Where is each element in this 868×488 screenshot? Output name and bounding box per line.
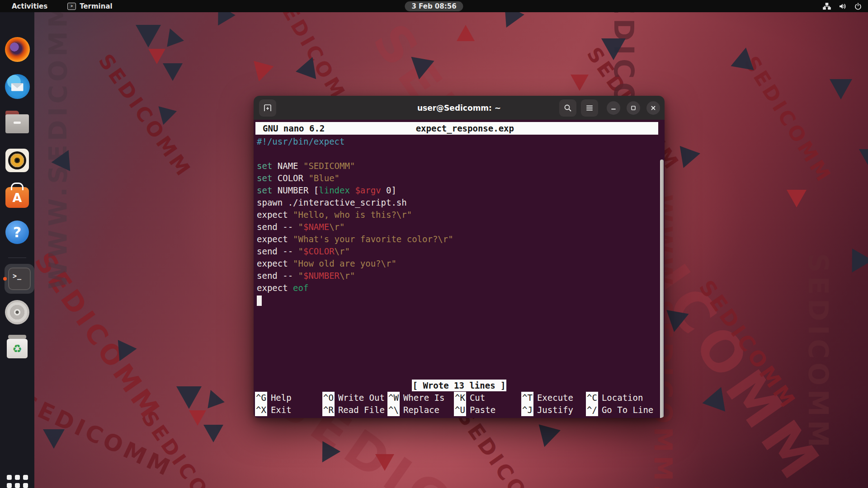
terminal-icon: >_	[8, 267, 31, 290]
terminal-app-icon: >	[67, 3, 76, 10]
code-line: set NAME "SEDICOMM"	[257, 160, 657, 172]
code-line: expect "How old are you?\r"	[257, 258, 657, 270]
code-line: send -- "$NUMBER\r"	[257, 270, 657, 282]
code-token-fn: eof	[293, 283, 308, 293]
code-token-str: "What's your favorite color?\r"	[293, 234, 453, 244]
dock-item-thunderbird[interactable]	[2, 71, 32, 101]
new-tab-button[interactable]	[259, 99, 276, 117]
shortcut-label: Exit	[271, 404, 292, 416]
nano-shortcut[interactable]: ^XExit	[255, 404, 292, 416]
code-token-plain: spawn ./interactive_script.sh	[257, 197, 407, 207]
dock: A?>_♻	[0, 12, 34, 488]
wallpaper-triangle	[136, 25, 161, 47]
menu-button[interactable]	[581, 99, 598, 117]
terminal-header-bar[interactable]: user@Sedicomm: ~	[254, 96, 665, 120]
close-button[interactable]	[646, 101, 660, 115]
shortcut-key: ^U	[454, 404, 466, 416]
code-token-plain: NUMBER [	[272, 185, 319, 195]
nano-editor[interactable]: GNU nano 6.2 expect_response.exp #!/usr/…	[254, 120, 665, 418]
code-token-plain	[350, 185, 355, 195]
thunderbird-icon	[5, 74, 30, 99]
clock-button[interactable]: 3 Feb 08:56	[405, 1, 463, 11]
dock-item-trash[interactable]: ♻	[2, 332, 32, 361]
shortcut-key: ^X	[255, 404, 267, 416]
disc-icon	[5, 300, 29, 324]
firefox-icon	[5, 37, 30, 62]
nano-shortcut[interactable]: ^CLocation	[586, 392, 643, 404]
nano-shortcut[interactable]: ^OWrite Out	[322, 392, 385, 404]
shortcut-label: Location	[602, 392, 643, 404]
shortcut-key: ^W	[387, 392, 400, 404]
code-token-var: $NUMBER	[303, 271, 340, 281]
dock-item-files[interactable]	[2, 108, 32, 137]
code-line: expect "What's your favorite color?\r"	[257, 233, 657, 245]
code-token-plain: NAME	[272, 161, 303, 171]
wallpaper-triangle	[533, 424, 561, 450]
nano-shortcut[interactable]: ^JJustify	[521, 404, 573, 416]
shortcut-key: ^G	[255, 392, 267, 404]
nano-shortcut[interactable]: ^RRead File	[322, 404, 385, 416]
dock-item-app-grid[interactable]	[2, 470, 32, 488]
shortcut-label: Read File	[338, 404, 385, 416]
dock-item-help[interactable]: ?	[2, 217, 32, 247]
wallpaper-triangle	[189, 410, 206, 426]
wallpaper-triangle	[571, 75, 589, 91]
wallpaper-triangle	[202, 387, 225, 408]
dock-item-appcenter[interactable]: A	[2, 181, 32, 211]
shortcut-key: ^R	[322, 404, 335, 416]
wallpaper-triangle	[163, 63, 183, 81]
activities-button[interactable]: Activities	[8, 1, 51, 11]
code-token-kw: set	[257, 161, 272, 171]
wallpaper-triangle	[830, 79, 852, 99]
wallpaper-triangle	[663, 310, 689, 334]
code-token-plain: expect	[257, 234, 293, 244]
dock-item-terminal[interactable]: >_	[2, 264, 32, 294]
code-token-comment: #!/usr/bin/expect	[257, 136, 344, 146]
terminal-scrollbar[interactable]	[660, 160, 664, 418]
dock-item-disc[interactable]	[2, 297, 32, 327]
wallpaper-triangle	[787, 190, 807, 207]
code-line: expect eof	[257, 282, 657, 294]
minimize-button[interactable]	[607, 101, 620, 115]
shortcut-key: ^T	[521, 392, 533, 404]
shortcut-key: ^/	[586, 404, 598, 416]
code-token-str: "How old are you?\r"	[293, 258, 396, 268]
nano-shortcut[interactable]: ^WWhere Is	[387, 392, 444, 404]
code-token-str: "	[298, 246, 303, 256]
dock-item-firefox[interactable]	[2, 34, 32, 64]
dock-item-rhythmbox[interactable]	[2, 145, 32, 175]
nano-shortcut[interactable]: ^GHelp	[255, 392, 292, 404]
wallpaper-triangle	[161, 25, 184, 47]
wallpaper-triangle	[43, 429, 65, 449]
nano-shortcut[interactable]: ^TExecute	[521, 392, 573, 404]
wallpaper-brand-text: SEDICOMM	[740, 52, 836, 187]
maximize-button[interactable]	[627, 101, 640, 115]
nano-version-label: GNU nano 6.2	[263, 123, 325, 133]
app-center-icon: A	[5, 187, 29, 208]
nano-shortcut[interactable]: ^KCut	[454, 392, 485, 404]
terminal-active-tile: >_	[5, 264, 34, 294]
code-token-plain: 0]	[381, 185, 396, 195]
code-token-plain: expect	[257, 258, 293, 268]
wallpaper-triangle	[457, 25, 475, 41]
code-line: expect "Hello, who is this?\r"	[257, 209, 657, 221]
nano-shortcut[interactable]: ^\Replace	[387, 404, 439, 416]
focused-app-label: Terminal	[80, 2, 113, 10]
system-status-area[interactable]	[823, 0, 862, 12]
wallpaper-triangle	[249, 61, 274, 84]
gnome-top-bar: Activities > Terminal 3 Feb 08:56	[0, 0, 868, 12]
terminal-window: user@Sedicomm: ~	[254, 96, 665, 418]
nano-title-bar: GNU nano 6.2 expect_response.exp	[255, 122, 658, 135]
wallpaper-triangle	[148, 49, 165, 64]
nano-shortcut[interactable]: ^UPaste	[454, 404, 495, 416]
nano-shortcut[interactable]: ^/Go To Line	[586, 404, 653, 416]
search-button[interactable]	[559, 99, 576, 117]
code-area[interactable]: #!/usr/bin/expectset NAME "SEDICOMM"set …	[257, 136, 657, 306]
focused-app-menu[interactable]: > Terminal	[67, 2, 113, 10]
nano-shortcuts-row1: ^GHelp^OWrite Out^WWhere Is^KCut^TExecut…	[255, 392, 665, 404]
show-applications-icon	[7, 475, 28, 488]
code-token-plain: send --	[257, 222, 298, 232]
shortcut-key: ^J	[521, 404, 533, 416]
trash-icon: ♻	[6, 335, 28, 358]
shortcut-label: Go To Line	[602, 404, 653, 416]
